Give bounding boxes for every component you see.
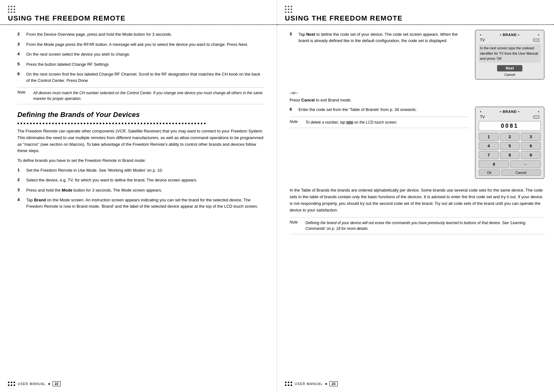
device-next-button[interactable]: Next bbox=[497, 65, 522, 71]
right-content: • • BRAND • • TV In the next screen type… bbox=[277, 25, 554, 247]
footer-page-right: 23 bbox=[329, 381, 338, 386]
steps-bottom-list: 1 Set the Freedom Remote in Use Mode. Se… bbox=[17, 167, 264, 210]
ok-button[interactable]: Ok bbox=[479, 169, 500, 176]
dot bbox=[14, 9, 15, 10]
step-num-3: 3 bbox=[17, 41, 23, 46]
footer-page-left: 22 bbox=[52, 381, 61, 386]
keypad-grid: 1 2 3 4 5 6 7 8 9 bbox=[479, 133, 541, 159]
dot bbox=[11, 9, 12, 10]
step-right-text-6: Enter the code set from the 'Table of Br… bbox=[299, 107, 469, 113]
step-right-5: 5 Tap Next to define the code set of you… bbox=[290, 31, 469, 44]
key-0[interactable]: 0 bbox=[479, 160, 509, 168]
dot bbox=[8, 11, 9, 13]
steps-top-list: 2 From the Device Overview page, press a… bbox=[17, 31, 264, 83]
section-dots-separator bbox=[17, 123, 264, 124]
keypad-bottom-row: 0 ← bbox=[479, 160, 541, 168]
footer-bullet-right bbox=[325, 383, 327, 385]
dots-grid-right bbox=[285, 6, 292, 13]
note-block-top: Note All devices must match the CH numbe… bbox=[17, 87, 264, 104]
note-block-6: Note To delete a number, tap on the LCD … bbox=[290, 117, 469, 128]
left-page: USING THE FREEDOM REMOTE 2 From the Devi… bbox=[0, 0, 277, 392]
step-item-3: 3 From the Mode page press the RF/IR but… bbox=[17, 41, 264, 48]
left-content: 2 From the Device Overview page, press a… bbox=[0, 25, 277, 219]
step-bottom-3: 3 Press and hold the Mode button for 3 s… bbox=[17, 187, 264, 193]
key-9[interactable]: 9 bbox=[521, 151, 541, 159]
backspace-icon-note bbox=[346, 121, 353, 124]
footer-dots-right bbox=[285, 382, 292, 386]
right-header-dots bbox=[285, 6, 546, 13]
device-display: 0081 bbox=[479, 121, 541, 131]
note-label-final: Note bbox=[290, 220, 301, 231]
dots-grid-left bbox=[8, 6, 15, 13]
device-icon-rect-2 bbox=[533, 115, 539, 119]
step-text-2: From the Device Overview page, press and… bbox=[26, 31, 264, 38]
note-text-6: To delete a number, tap on the LCD touch… bbox=[305, 119, 397, 125]
left-header-area: USING THE FREEDOM REMOTE bbox=[0, 0, 277, 22]
device-image-2-container: • • BRAND • • TV 0081 1 2 3 4 5 6 7 bbox=[475, 107, 545, 184]
step-bottom-2: 2 Select the device, e.g. TV, for which … bbox=[17, 177, 264, 183]
key-7[interactable]: 7 bbox=[479, 151, 499, 159]
key-6[interactable]: 6 bbox=[521, 142, 541, 150]
device-top-bar-2: • • BRAND • • bbox=[479, 110, 541, 113]
note-text-final: Defining the brand of your device will n… bbox=[305, 220, 545, 231]
left-page-title: USING THE FREEDOM REMOTE bbox=[8, 14, 269, 22]
step-text-4: On the next screen select the device you… bbox=[26, 51, 264, 58]
step-item-5: 5 Press the button labeled Change RF Set… bbox=[17, 61, 264, 68]
step-bottom-num-4: 4 bbox=[17, 197, 23, 202]
step-num-4: 4 bbox=[17, 51, 23, 56]
step-text-6: On the next screen find the box labeled … bbox=[26, 71, 264, 83]
dot bbox=[8, 9, 9, 10]
key-8[interactable]: 8 bbox=[500, 151, 520, 159]
step-right-num-6: 6 bbox=[290, 107, 295, 112]
body-text-1: The Freedom Remote can operate other com… bbox=[17, 128, 264, 154]
device-tv-row-2: TV bbox=[479, 115, 541, 119]
device-cancel-1[interactable]: Cancel bbox=[479, 73, 541, 77]
footer-dots bbox=[8, 382, 15, 386]
device-tv-row-1: TV bbox=[479, 38, 541, 42]
device-image-1: • • BRAND • • TV In the next screen type… bbox=[475, 30, 545, 80]
dot bbox=[14, 6, 15, 7]
key-3[interactable]: 3 bbox=[521, 133, 541, 141]
device-ok-cancel: Ok Cancel bbox=[479, 169, 541, 176]
step-text-3: From the Mode page press the RF/IR butto… bbox=[26, 41, 264, 48]
left-header-dots bbox=[8, 6, 269, 13]
right-header-area: USING THE FREEDOM REMOTE bbox=[277, 0, 554, 22]
note-text-top: All devices must match the CH number sel… bbox=[33, 90, 264, 101]
left-footer: USER MANUAL 22 bbox=[0, 381, 277, 386]
step-bottom-text-1: Set the Freedom Remote in Use Mode. See … bbox=[26, 167, 264, 174]
note-label-top: Note bbox=[17, 90, 29, 101]
step-bottom-num-3: 3 bbox=[17, 187, 23, 192]
device-top-bar-1: • • BRAND • • bbox=[479, 33, 541, 37]
dot bbox=[11, 6, 12, 7]
footer-label-left: USER MANUAL bbox=[18, 382, 46, 386]
step-bottom-num-2: 2 bbox=[17, 177, 23, 182]
footer-label-right: USER MANUAL bbox=[295, 382, 323, 386]
step-text-5: Press the button labeled Change RF Setti… bbox=[26, 61, 264, 68]
section-heading: Defining the Brands of Your Devices bbox=[17, 111, 264, 119]
key-4[interactable]: 4 bbox=[479, 142, 499, 150]
key-5[interactable]: 5 bbox=[500, 142, 520, 150]
right-footer: USER MANUAL 23 bbox=[277, 381, 554, 386]
right-page-title: USING THE FREEDOM REMOTE bbox=[285, 14, 546, 22]
key-1[interactable]: 1 bbox=[479, 133, 499, 141]
key-backspace[interactable]: ← bbox=[510, 160, 541, 168]
device-image-1-container: • • BRAND • • TV In the next screen type… bbox=[475, 30, 545, 85]
dot bbox=[14, 11, 15, 13]
step-item-6: 6 On the next screen find the box labele… bbox=[17, 71, 264, 83]
step-num-2: 2 bbox=[17, 31, 23, 36]
device-icon-rect bbox=[533, 39, 539, 42]
step-bottom-text-4: Tap Brand on the Mode screen. An instruc… bbox=[26, 197, 264, 209]
step-bottom-text-2: Select the device, e.g. TV, for which yo… bbox=[26, 177, 264, 183]
footer-bullet bbox=[48, 383, 50, 385]
device-screen-text-1: In the next screen type the codeset iden… bbox=[479, 44, 541, 63]
or-text: –or– bbox=[290, 90, 545, 95]
step-item-4: 4 On the next screen select the device y… bbox=[17, 51, 264, 58]
step-right-num-5: 5 bbox=[290, 31, 295, 36]
cancel-button[interactable]: Cancel bbox=[501, 169, 541, 176]
note-block-final: Note Defining the brand of your device w… bbox=[290, 217, 545, 234]
step-num-6: 6 bbox=[17, 71, 23, 76]
step-num-5: 5 bbox=[17, 61, 23, 66]
step-bottom-num-1: 1 bbox=[17, 167, 23, 172]
key-2[interactable]: 2 bbox=[500, 133, 520, 141]
step-bottom-text-3: Press and hold the Mode button for 3 sec… bbox=[26, 187, 264, 193]
